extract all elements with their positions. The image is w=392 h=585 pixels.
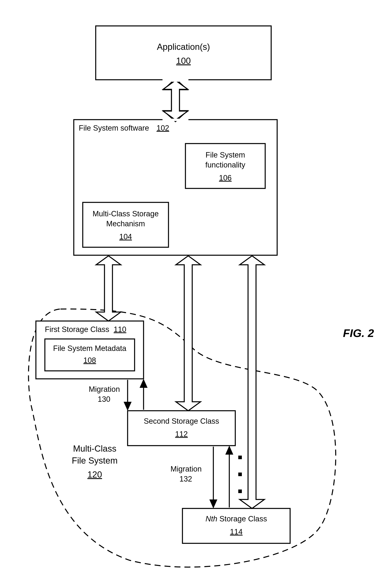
svg-rect-19 <box>238 472 242 476</box>
ellipsis-dots <box>238 456 242 493</box>
fsc-ref: 110 <box>114 325 126 334</box>
fsf-l2: functionality <box>205 161 246 169</box>
ssc-ref: 112 <box>175 430 188 438</box>
mcsm-box: Multi-Class Storage Mechanism 104 <box>83 202 168 247</box>
arrow-fss-second <box>176 256 200 411</box>
multi-class-fs-label: Multi-Class File System 120 <box>72 444 118 479</box>
mcfs-ref: 120 <box>87 470 102 479</box>
applications-title: Application(s) <box>157 42 210 52</box>
nsc-title: Nth Storage Class <box>206 514 267 523</box>
applications-ref: 100 <box>176 56 190 66</box>
fsm-ref: 108 <box>83 356 96 364</box>
mcsm-l1: Multi-Class Storage <box>92 210 159 218</box>
migration132-ref: 132 <box>180 475 192 483</box>
svg-marker-17 <box>225 446 233 454</box>
figure-label: FIG. 2 <box>343 327 374 339</box>
svg-rect-5 <box>45 339 134 371</box>
mcsm-l2: Mechanism <box>106 220 145 228</box>
svg-marker-15 <box>209 500 217 508</box>
fss-ref: 102 <box>156 124 169 132</box>
svg-rect-0 <box>96 26 271 80</box>
mcsm-ref: 104 <box>119 232 132 241</box>
svg-marker-13 <box>140 379 148 388</box>
fsm-title: File System Metadata <box>53 344 126 352</box>
nth-storage-class-box: Nth Storage Class 114 <box>182 508 290 543</box>
nsc-ref: 114 <box>230 528 242 536</box>
fsf-ref: 106 <box>219 174 232 182</box>
arrow-app-fss-2 <box>163 80 188 120</box>
migration-132-arrows <box>209 446 233 508</box>
first-storage-class-box: First Storage Class 110 File System Meta… <box>36 321 144 379</box>
mcfs-l1: Multi-Class <box>73 444 116 454</box>
svg-rect-6 <box>128 411 235 446</box>
file-system-software-box: File System software 102 File System fun… <box>74 120 277 255</box>
fs-metadata-box: File System Metadata 108 <box>45 339 134 371</box>
migration-130-arrows <box>124 379 148 411</box>
applications-box: Application(s) 100 <box>96 26 271 80</box>
fs-functionality-box: File System functionality 106 <box>186 144 265 188</box>
mcfs-l2: File System <box>72 456 118 465</box>
svg-rect-20 <box>238 490 242 493</box>
diagram-canvas: Application(s) 100 File System software … <box>0 0 392 585</box>
svg-rect-9 <box>162 119 188 121</box>
svg-marker-11 <box>124 402 132 411</box>
fss-title: File System software <box>79 124 149 132</box>
fsf-l1: File System <box>206 151 245 159</box>
migration130-ref: 130 <box>98 395 110 403</box>
second-storage-class-box: Second Storage Class 112 <box>128 411 235 446</box>
fsc-title: First Storage Class <box>45 325 109 334</box>
svg-rect-18 <box>238 456 242 459</box>
migration132-title: Migration <box>170 465 202 473</box>
migration130-title: Migration <box>89 385 120 394</box>
arrow-fss-nth <box>240 256 264 508</box>
svg-rect-7 <box>182 508 290 543</box>
ssc-title: Second Storage Class <box>144 417 219 425</box>
arrow-fss-first <box>96 256 121 321</box>
svg-rect-8 <box>162 78 188 82</box>
